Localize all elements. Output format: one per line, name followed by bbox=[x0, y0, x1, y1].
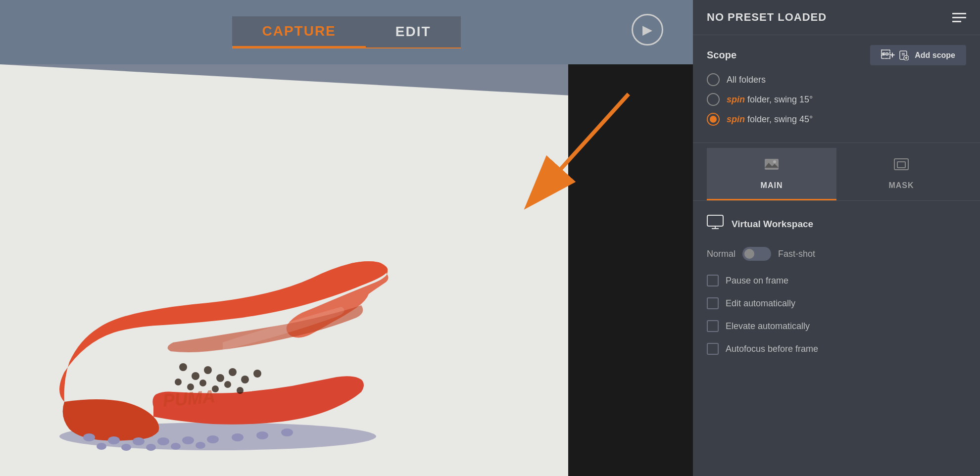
arrow-annotation bbox=[495, 89, 643, 228]
svg-point-22 bbox=[232, 433, 244, 441]
content-area: Virtual Workspace Normal Fast-shot Pause… bbox=[693, 201, 980, 476]
radio-spin45 bbox=[707, 113, 720, 126]
mask-icon bbox=[893, 157, 909, 173]
svg-rect-37 bbox=[765, 159, 779, 170]
toggle-switch[interactable] bbox=[742, 247, 771, 261]
mask-tab-label: MASK bbox=[888, 181, 914, 190]
tab-main[interactable]: MAIN bbox=[707, 148, 836, 200]
viewport: PUMA bbox=[0, 64, 693, 476]
svg-point-15 bbox=[237, 387, 244, 394]
add-scope-icon: + bbox=[881, 50, 895, 60]
tab-capture[interactable]: CAPTURE bbox=[232, 16, 365, 48]
play-button[interactable]: ▶ bbox=[632, 14, 663, 46]
tab-mask[interactable]: MASK bbox=[836, 148, 966, 200]
scope-header-row: Scope + Add scope bbox=[707, 45, 966, 65]
toggle-knob bbox=[744, 249, 754, 259]
play-icon: ▶ bbox=[642, 22, 652, 38]
svg-point-7 bbox=[229, 368, 237, 376]
svg-point-8 bbox=[241, 376, 249, 383]
radio-spin15 bbox=[707, 93, 720, 106]
scope-doc-icon bbox=[899, 50, 909, 60]
svg-point-29 bbox=[196, 442, 205, 449]
toggle-left-label: Normal bbox=[707, 249, 735, 259]
view-tabs: MAIN MASK bbox=[693, 148, 980, 201]
svg-point-24 bbox=[281, 428, 293, 436]
checkbox-autofocus-box bbox=[707, 343, 719, 355]
spin45-rest: folder, swing 45° bbox=[745, 114, 813, 124]
spin15-rest: folder, swing 15° bbox=[745, 95, 813, 104]
scope-spin45-label: spin folder, swing 45° bbox=[727, 114, 813, 125]
svg-point-28 bbox=[171, 443, 181, 450]
scope-option-spin45[interactable]: spin folder, swing 45° bbox=[707, 113, 966, 126]
radio-spin45-inner bbox=[710, 116, 717, 123]
toggle-row: Normal Fast-shot bbox=[707, 247, 966, 261]
spin15-highlight: spin bbox=[727, 95, 745, 104]
svg-point-26 bbox=[121, 444, 131, 451]
add-scope-label: Add scope bbox=[915, 51, 955, 60]
toggle-right-label: Fast-shot bbox=[778, 249, 815, 259]
checkbox-elevate-automatically[interactable]: Elevate automatically bbox=[707, 320, 966, 332]
right-panel: NO PRESET LOADED Scope + Add scope bbox=[693, 0, 980, 476]
image-icon bbox=[764, 157, 780, 173]
virtual-workspace-row: Virtual Workspace bbox=[707, 215, 966, 233]
checkbox-elevate-box bbox=[707, 320, 719, 332]
mask-tab-icon bbox=[893, 157, 909, 176]
checkbox-elevate-label: Elevate automatically bbox=[726, 321, 810, 332]
scope-all-label: All folders bbox=[727, 75, 766, 85]
svg-point-10 bbox=[175, 379, 182, 385]
checkbox-autofocus-label: Autofocus before frame bbox=[726, 344, 818, 354]
svg-point-20 bbox=[182, 436, 194, 444]
svg-point-23 bbox=[256, 431, 268, 439]
hamburger-line-1 bbox=[952, 13, 966, 14]
checkbox-edit-box bbox=[707, 297, 719, 309]
checkbox-pause-box bbox=[707, 275, 719, 286]
hamburger-line-2 bbox=[952, 17, 966, 18]
checkbox-pause-label: Pause on frame bbox=[726, 276, 788, 286]
left-panel: CAPTURE EDIT ▶ bbox=[0, 0, 693, 476]
checkbox-pause-on-frame[interactable]: Pause on frame bbox=[707, 275, 966, 286]
svg-line-1 bbox=[535, 94, 629, 198]
preset-header: NO PRESET LOADED bbox=[693, 0, 980, 35]
scope-spin15-label: spin folder, swing 15° bbox=[727, 95, 813, 105]
checkbox-edit-label: Edit automatically bbox=[726, 298, 795, 309]
add-scope-button[interactable]: + Add scope bbox=[870, 45, 966, 65]
spin45-highlight: spin bbox=[727, 114, 745, 124]
radio-all bbox=[707, 73, 720, 86]
tab-edit[interactable]: EDIT bbox=[366, 16, 461, 48]
monitor-icon bbox=[707, 215, 724, 233]
svg-point-4 bbox=[192, 372, 199, 380]
svg-rect-41 bbox=[897, 162, 905, 168]
svg-point-25 bbox=[97, 443, 106, 450]
monitor-svg bbox=[707, 215, 724, 230]
preset-title: NO PRESET LOADED bbox=[707, 11, 827, 24]
scope-section: Scope + Add scope All folders bbox=[693, 35, 980, 143]
svg-rect-42 bbox=[707, 215, 723, 226]
scope-option-all[interactable]: All folders bbox=[707, 73, 966, 86]
svg-point-27 bbox=[146, 444, 156, 451]
svg-point-21 bbox=[207, 435, 219, 443]
product-image: PUMA bbox=[25, 154, 411, 461]
hamburger-line-3 bbox=[952, 21, 961, 22]
checkbox-edit-automatically[interactable]: Edit automatically bbox=[707, 297, 966, 309]
svg-point-12 bbox=[199, 380, 206, 386]
virtual-workspace-label: Virtual Workspace bbox=[732, 219, 813, 230]
top-bar: CAPTURE EDIT ▶ bbox=[0, 0, 693, 64]
svg-point-18 bbox=[133, 437, 145, 445]
svg-point-14 bbox=[224, 381, 231, 388]
main-tab-icon bbox=[764, 157, 780, 176]
svg-point-19 bbox=[157, 437, 169, 445]
svg-point-3 bbox=[179, 363, 187, 371]
svg-point-16 bbox=[83, 433, 95, 441]
tab-group: CAPTURE EDIT bbox=[232, 16, 460, 48]
svg-point-9 bbox=[253, 370, 261, 378]
main-tab-label: MAIN bbox=[761, 181, 783, 190]
svg-point-6 bbox=[216, 374, 224, 382]
svg-point-39 bbox=[773, 160, 776, 163]
scope-option-spin15[interactable]: spin folder, swing 15° bbox=[707, 93, 966, 106]
checkbox-autofocus-before-frame[interactable]: Autofocus before frame bbox=[707, 343, 966, 355]
scope-label: Scope bbox=[707, 49, 736, 61]
svg-point-5 bbox=[204, 366, 212, 374]
svg-point-17 bbox=[108, 436, 120, 444]
menu-button[interactable] bbox=[952, 13, 966, 22]
